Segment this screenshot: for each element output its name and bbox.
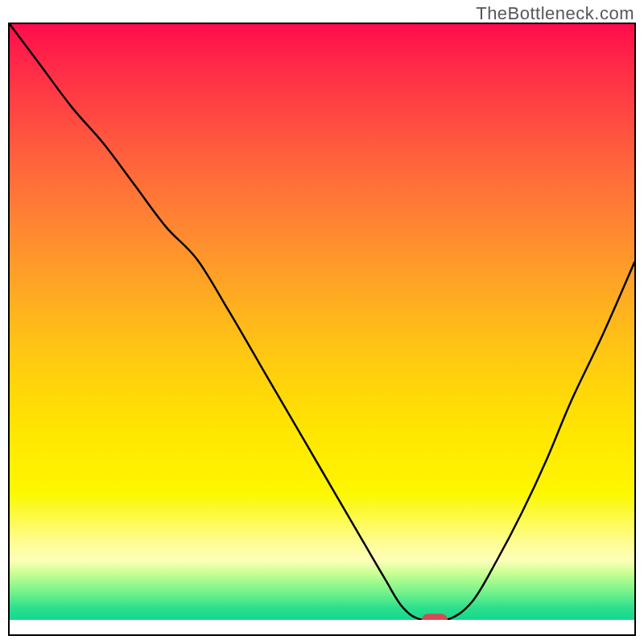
curve-layer	[10, 24, 634, 620]
plot-area	[10, 24, 634, 620]
bottleneck-curve	[10, 24, 634, 620]
chart-frame	[10, 24, 634, 634]
watermark-text: TheBottleneck.com	[476, 3, 634, 24]
optimal-marker	[422, 614, 448, 621]
chart-container: TheBottleneck.com	[0, 0, 644, 644]
